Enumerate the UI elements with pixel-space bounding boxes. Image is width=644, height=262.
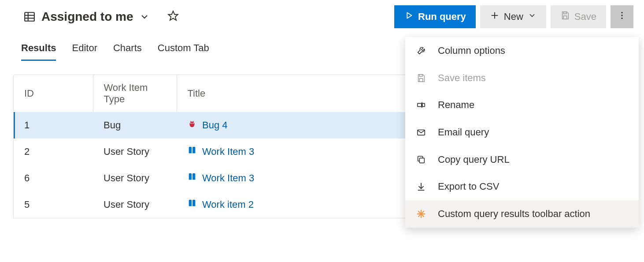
tab-results[interactable]: Results (21, 42, 56, 61)
bug-icon (187, 119, 197, 131)
download-icon (416, 182, 426, 191)
menu-item-copy-query-url[interactable]: Copy query URL (405, 146, 639, 173)
cell-id: 1 (14, 112, 93, 138)
work-item-link[interactable]: Work Item 3 (202, 146, 254, 157)
menu-item-label: Column options (438, 44, 628, 57)
cell-type: User Story (93, 165, 177, 191)
book-icon (187, 198, 197, 211)
cell-type: User Story (93, 138, 177, 165)
run-query-label: Run query (418, 11, 466, 22)
menu-item-label: Custom query results toolbar action (438, 207, 628, 221)
menu-item-rename[interactable]: Rename (405, 91, 639, 119)
more-actions-button[interactable] (611, 5, 633, 28)
save-icon (416, 73, 426, 83)
header: Assigned to me Run query New (0, 0, 644, 34)
work-item-link[interactable]: Bug 4 (202, 120, 228, 131)
column-header-type[interactable]: Work Item Type (93, 75, 177, 112)
cell-type: Bug (93, 112, 177, 138)
cell-id: 6 (14, 165, 93, 191)
wrench-icon (416, 46, 426, 56)
chevron-down-icon (528, 11, 537, 22)
cell-id: 2 (14, 138, 93, 165)
menu-item-column-options[interactable]: Column options (405, 37, 639, 64)
menu-item-label: Rename (438, 98, 628, 112)
new-button[interactable]: New (480, 5, 546, 28)
header-left: Assigned to me (24, 10, 179, 24)
work-item-link[interactable]: Work Item 3 (202, 172, 254, 184)
menu-item-export-to-csv[interactable]: Export to CSV (405, 173, 639, 200)
menu-item-label: Copy query URL (438, 153, 628, 166)
save-button: Save (551, 5, 606, 28)
more-actions-menu: Column optionsSave itemsRenameEmail quer… (405, 37, 639, 228)
menu-item-save-items: Save items (405, 64, 639, 92)
menu-item-label: Export to CSV (438, 180, 628, 193)
save-label: Save (574, 11, 596, 22)
tab-editor[interactable]: Editor (72, 42, 97, 61)
toolbar: Run query New Save (394, 5, 633, 28)
table-icon (24, 11, 35, 22)
new-label: New (504, 11, 523, 22)
run-query-button[interactable]: Run query (394, 5, 476, 28)
title-group[interactable]: Assigned to me (24, 10, 150, 24)
column-header-id[interactable]: ID (14, 75, 93, 112)
play-icon (404, 11, 414, 23)
book-icon (187, 172, 197, 184)
cell-type: User Story (93, 191, 177, 218)
chevron-down-icon (139, 11, 150, 22)
page-title: Assigned to me (41, 10, 133, 24)
rename-icon (416, 100, 426, 110)
more-vertical-icon (617, 11, 627, 23)
copy-icon (416, 155, 426, 165)
menu-item-email-query[interactable]: Email query (405, 119, 639, 146)
tab-charts[interactable]: Charts (113, 42, 142, 61)
menu-item-custom-query-results-toolbar-action[interactable]: Custom query results toolbar action (405, 200, 639, 228)
plus-icon (490, 11, 500, 23)
asterisk-icon (416, 209, 426, 219)
menu-item-label: Email query (438, 126, 628, 139)
book-icon (187, 146, 197, 158)
mail-icon (416, 127, 426, 137)
work-item-link[interactable]: Work item 2 (202, 199, 254, 210)
save-icon (560, 11, 570, 23)
cell-id: 5 (14, 191, 93, 218)
tab-custom-tab[interactable]: Custom Tab (158, 42, 209, 61)
menu-item-label: Save items (438, 71, 628, 85)
favorite-star-icon[interactable] (167, 10, 179, 23)
